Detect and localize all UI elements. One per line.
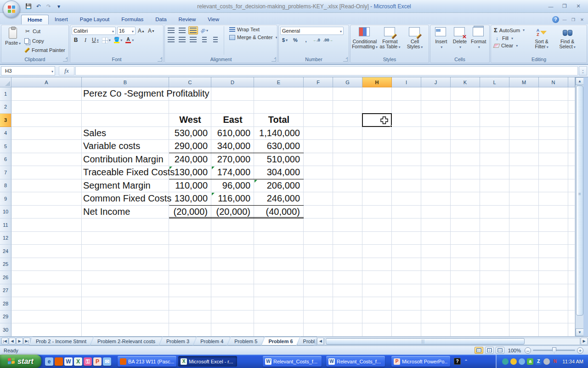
cell-C8[interactable]: 110,000: [169, 179, 211, 193]
italic-button[interactable]: I: [81, 36, 90, 44]
cell-C5[interactable]: 290,000: [169, 140, 211, 153]
page-layout-view-icon[interactable]: [485, 347, 494, 354]
clipboard-dialog-launcher[interactable]: [63, 57, 68, 62]
insert-function-button[interactable]: fx: [59, 66, 74, 75]
column-header-partial[interactable]: [568, 77, 575, 87]
increase-indent-icon[interactable]: [210, 35, 220, 44]
help-icon[interactable]: ?: [552, 16, 559, 23]
sort-filter-button[interactable]: AZ Sort &Filter: [529, 26, 554, 55]
cell-B8[interactable]: Segment Margin: [82, 179, 169, 193]
collapse-chevron-icon[interactable]: ⌃: [463, 358, 469, 365]
column-header-A[interactable]: A: [11, 77, 82, 87]
font-color-button[interactable]: A: [124, 36, 135, 44]
column-header-N[interactable]: N: [539, 77, 568, 87]
font-family-combo[interactable]: Calibri: [72, 27, 116, 35]
row-header-25[interactable]: 25: [0, 258, 11, 271]
selected-cell[interactable]: [362, 113, 392, 127]
cell-C10[interactable]: (20,000): [169, 206, 211, 219]
zoom-slider[interactable]: [533, 350, 575, 351]
restore-button[interactable]: ❐: [559, 2, 571, 10]
vertical-scrollbar[interactable]: ▲ ▼: [575, 77, 583, 336]
office-button[interactable]: [3, 0, 20, 18]
task-excel-button[interactable]: XMicrosoft Excel - r...: [178, 356, 237, 367]
fill-color-button[interactable]: 🪣: [113, 36, 124, 44]
column-header-C[interactable]: C: [169, 77, 211, 87]
cell-B9[interactable]: Common Fixed Costs: [82, 192, 169, 206]
cell-styles-button[interactable]: CellStyles: [402, 26, 427, 55]
underline-button[interactable]: U: [91, 36, 100, 44]
tab-data[interactable]: Data: [149, 15, 172, 24]
row-header-26[interactable]: 26: [0, 271, 11, 284]
cell-D9[interactable]: 116,000: [211, 192, 254, 206]
align-top-icon[interactable]: [166, 26, 176, 34]
cell-E3[interactable]: Total: [254, 114, 304, 127]
column-header-D[interactable]: D: [211, 77, 254, 87]
copy-button[interactable]: Copy: [23, 38, 67, 44]
workbook-minimize-button[interactable]: —: [561, 17, 568, 23]
column-header-E[interactable]: E: [254, 77, 304, 87]
sheet-tab-problem-6[interactable]: Problem 6: [261, 337, 300, 345]
column-header-F[interactable]: F: [304, 77, 333, 87]
z-app-tray-icon[interactable]: Z: [535, 358, 542, 365]
cell-E9[interactable]: 246,000: [254, 192, 304, 206]
next-sheet-icon[interactable]: ▶: [16, 338, 23, 345]
minimize-button[interactable]: —: [545, 2, 557, 10]
normal-view-icon[interactable]: [475, 347, 483, 354]
formula-input[interactable]: [75, 66, 578, 75]
decrease-decimal-button[interactable]: .00→: [322, 36, 334, 44]
accounting-format-button[interactable]: $: [280, 36, 289, 44]
cell-E4[interactable]: 1,140,000: [254, 127, 304, 140]
wrap-text-button[interactable]: Wrap Text: [228, 26, 277, 33]
autosum-button[interactable]: AutoSum: [492, 26, 526, 34]
sheet-tab-problem-4[interactable]: Problem 4: [193, 337, 230, 345]
find-select-button[interactable]: Find &Select: [554, 26, 580, 55]
task-word-1-button[interactable]: WRelevant_Costs_f...: [263, 356, 322, 367]
row-header-3[interactable]: 3: [0, 114, 11, 127]
cell-D10[interactable]: (20,000): [211, 206, 254, 219]
cell-B6[interactable]: Contribution Margin: [82, 153, 169, 167]
qat-customize-icon[interactable]: ▾: [54, 2, 63, 11]
delete-cells-button[interactable]: ✕ Delete: [451, 26, 469, 55]
row-header-6[interactable]: 6: [0, 153, 11, 167]
align-right-icon[interactable]: [188, 35, 198, 44]
cell-E10[interactable]: (40,000): [254, 206, 304, 219]
cell-B5[interactable]: Variable costs: [82, 140, 169, 153]
grid-body[interactable]: Perez Co -Segment ProfitablityWestEastTo…: [11, 87, 575, 336]
zoom-in-icon[interactable]: +: [577, 347, 583, 354]
first-sheet-icon[interactable]: |◀: [1, 338, 8, 345]
column-header-I[interactable]: I: [392, 77, 421, 87]
undo-icon[interactable]: ↶: [34, 2, 43, 11]
firefox-icon[interactable]: [55, 357, 63, 366]
row-header-9[interactable]: 9: [0, 192, 11, 206]
font-size-combo[interactable]: 16: [117, 27, 136, 35]
messenger-icon[interactable]: ✉: [103, 357, 111, 366]
row-header-8[interactable]: 8: [0, 179, 11, 193]
column-header-B[interactable]: B: [82, 77, 169, 87]
cell-D8[interactable]: 96,000: [211, 179, 254, 193]
scroll-right-icon[interactable]: ▶: [581, 338, 588, 345]
format-painter-button[interactable]: Format Painter: [23, 47, 67, 53]
cell-E7[interactable]: 304,000: [254, 166, 304, 179]
cell-E6[interactable]: 510,000: [254, 153, 304, 167]
last-sheet-icon[interactable]: ▶|: [23, 338, 30, 345]
green-app-tray-icon[interactable]: a: [527, 358, 533, 365]
conditional-formatting-button[interactable]: ConditionalFormatting: [352, 26, 378, 55]
format-as-table-button[interactable]: Formatas Table: [378, 26, 402, 55]
redo-icon[interactable]: ↷: [44, 2, 53, 11]
cell-D7[interactable]: 174,000: [211, 166, 254, 179]
select-all-corner[interactable]: [0, 77, 11, 87]
scroll-down-icon[interactable]: ▼: [576, 328, 584, 336]
start-button[interactable]: start: [0, 355, 41, 368]
tab-insert[interactable]: Insert: [49, 15, 74, 24]
close-button[interactable]: ✕: [572, 2, 584, 10]
alignment-dialog-launcher[interactable]: [271, 57, 276, 62]
cell-C3[interactable]: West: [169, 114, 211, 127]
font-dialog-launcher[interactable]: [158, 57, 162, 62]
sheet-tab-problem-3[interactable]: Problem 3: [159, 337, 196, 345]
align-bottom-icon[interactable]: [188, 26, 198, 34]
name-box[interactable]: H3: [1, 66, 55, 75]
align-center-icon[interactable]: [177, 35, 187, 44]
increase-decimal-button[interactable]: ←.0: [312, 36, 321, 44]
cell-B10[interactable]: Net Income: [82, 206, 169, 219]
cell-E5[interactable]: 630,000: [254, 140, 304, 153]
